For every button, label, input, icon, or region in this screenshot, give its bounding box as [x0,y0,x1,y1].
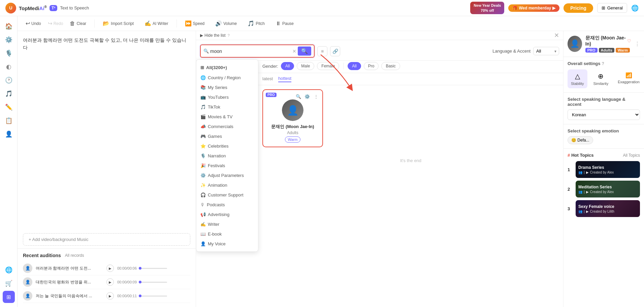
close-panel-button[interactable]: ✕ [554,32,559,39]
emotion-tag[interactable]: 😊 Defa... [568,136,593,144]
pitch-button[interactable]: 🎵 Pitch [245,19,267,28]
dropdown-movies[interactable]: 🎬 Movies & TV [196,112,258,122]
progress-bar-1[interactable] [140,268,167,269]
sidebar-user-icon[interactable]: 👤 [3,128,15,140]
dropdown-my-voice[interactable]: 👤 My Voice [196,239,258,249]
voice-option-btn[interactable]: ≡ [317,46,327,56]
sidebar-globe-icon[interactable]: 🌐 [3,264,15,276]
link-option-btn[interactable]: 🔗 [330,46,340,56]
dropdown-ebook[interactable]: 📖 E-book [196,229,258,239]
games-icon: 🎮 [200,134,206,139]
sidebar-cart-icon[interactable]: 🛒 [3,277,15,289]
sidebar-edit-icon[interactable]: ✏️ [3,101,15,113]
dropdown-celebrities[interactable]: ⭐ Celebrities [196,141,258,151]
tier-all-button[interactable]: All [348,62,361,70]
voice-detail-more-button[interactable]: ⋮ [635,41,640,47]
gender-male-button[interactable]: Male [297,62,314,70]
hide-list-button[interactable]: ▶ Hide the list ? [200,33,230,38]
left-sidebar: 🏠 ⚙️ 🎙️ ◐ 🕐 🎵 ✏️ 📋 👤 🌐 🛒 ⊞ [0,16,18,307]
gender-female-button[interactable]: Female [317,62,339,70]
dropdown-commercials[interactable]: 📣 Commercials [196,122,258,131]
general-button[interactable]: ⊞ General [597,3,627,13]
dropdown-podcasts[interactable]: 🎙 Podcasts [196,200,258,210]
voice-detail-tags: PRO Adults Warm [585,48,631,53]
tab-latest[interactable]: latest [262,76,273,82]
progress-bar-3[interactable] [140,296,167,297]
speak-lang-select[interactable]: Korean English [568,110,640,120]
tier-basic-button[interactable]: Basic [381,62,400,70]
editor-text-area[interactable]: 여러분과 함께라면 어떤 도전도 극복할 수 있고, 더 나은 미래를 만들 수… [18,31,196,231]
stability-option[interactable]: △ Stability [568,69,587,88]
speak-emotion-label: Select speaking emotion [568,128,640,133]
favorite-heart-icon[interactable]: ♡ [627,38,631,43]
play-button-1[interactable]: ▶ [106,265,114,272]
advertising-icon: 📢 [200,212,206,217]
sidebar-settings-icon[interactable]: ⚙️ [3,34,15,46]
tier-pro-button[interactable]: Pro [364,62,379,70]
redo-button[interactable]: ↪ Redo [45,19,66,28]
topic-meta-1: 👥 | ▶ Created by Alex [578,171,637,174]
gender-all-button[interactable]: All [281,62,294,70]
movies-icon: 🎬 [200,114,206,119]
dropdown-youtubers[interactable]: 📺 YouTubers [196,92,258,102]
voice-card-moon-jae-in[interactable]: PRO 🔍 ⚙️ ⋮ 👤 문재인 (Moon Jae-In) Adults [262,89,323,147]
user-avatar[interactable]: U [5,3,16,13]
sidebar-home-icon[interactable]: 🏠 [3,20,15,32]
all-topics-button[interactable]: All Topics [623,153,640,158]
clear-button[interactable]: 🗑 Clear [67,19,89,28]
all-records-button[interactable]: All records [65,253,84,258]
sidebar-voice-icon[interactable]: 🎙️ [3,47,15,59]
volume-button[interactable]: 🔊 Volume [213,19,239,28]
dropdown-my-series[interactable]: 📚 My Series [196,83,258,92]
audition-avatar-1: 👤 [23,264,32,273]
ai-writer-button[interactable]: ✍️ AI Writer [142,19,171,28]
undo-button[interactable]: ↩ Undo [23,19,44,28]
dropdown-adjust-params[interactable]: ⚙️ Adjust Parameters [196,171,258,180]
voice-results-panel: Gender: All Male Female All Pro Basic la… [258,59,563,307]
search-submit-button[interactable]: 🔍 [298,47,311,56]
lang-dropdown[interactable]: All Korean English [533,47,559,55]
audition-avatar-3: 👤 [23,291,32,301]
tab-hottest[interactable]: hottest [278,76,291,82]
sidebar-toggle-icon[interactable]: ◐ [3,61,15,73]
dropdown-tiktok[interactable]: 🎵 TikTok [196,102,258,112]
card-more-button[interactable]: ⋮ [312,93,320,100]
dropdown-customer-support[interactable]: 🎧 Customer Support [196,190,258,200]
dropdown-animation[interactable]: ✨ Animation [196,180,258,190]
play-button-3[interactable]: ▶ [106,292,114,300]
exaggeration-option[interactable]: 📶 Exaggeration [614,69,643,88]
dropdown-advertising[interactable]: 📢 Advertising [196,210,258,219]
language-icon[interactable]: 🌐 [631,4,639,12]
dropdown-all[interactable]: ⊞ All(3200+) [196,62,258,73]
topic-item-1[interactable]: 1 Drama Series 👥 | ▶ Created by Alex [568,161,640,178]
pricing-button[interactable]: Pricing [564,3,593,13]
play-button-2[interactable]: ▶ [106,278,114,286]
speed-button[interactable]: ⏩ Speed [182,19,207,28]
sidebar-list-icon[interactable]: 📋 [3,115,15,127]
dropdown-writer[interactable]: ✍️ Writer [196,219,258,229]
promo-banner[interactable]: New Year Deals 70% off [470,2,504,14]
sidebar-purple-btn[interactable]: ⊞ [3,291,15,303]
wed-member-btn[interactable]: 🎁 Wed memberday ▶ [508,4,559,12]
card-search-button[interactable]: 🔍 [295,93,302,100]
search-input[interactable] [210,49,291,54]
dropdown-country[interactable]: 🌐 Country / Region [196,73,258,83]
time-label-3: 00:00/00:11 [117,294,137,298]
right-panel-header: 👤 문재인 (Moon Jae-In) ♡ PRO Adults Warm [564,31,644,57]
progress-bar-2[interactable] [140,282,167,283]
pause-button[interactable]: ⏸ Pause [273,19,296,28]
import-script-button[interactable]: 📂 Import Script [100,19,136,28]
similarity-option[interactable]: ⊕ Similarity [590,69,612,88]
sidebar-music-icon[interactable]: 🎵 [3,88,15,100]
sidebar-history-icon[interactable]: 🕐 [3,74,15,86]
settings-help-icon[interactable]: ? [602,61,604,66]
search-clear-button[interactable]: ✕ [291,49,298,54]
dropdown-games[interactable]: 🎮 Games [196,131,258,141]
topic-item-2[interactable]: 2 Meditation Series 👥 | ▶ Created by Ale… [568,181,640,197]
card-settings-button[interactable]: ⚙️ [303,93,311,100]
add-music-button[interactable]: + Add video/background Music [23,233,190,246]
topic-item-3[interactable]: 3 Sexy Female voice 👥 | ▶ Created by Lil… [568,200,640,217]
dropdown-festivals[interactable]: 🎉 Festivals [196,161,258,171]
festivals-icon: 🎉 [200,163,206,168]
dropdown-narration[interactable]: 🎙️ Narration [196,151,258,161]
